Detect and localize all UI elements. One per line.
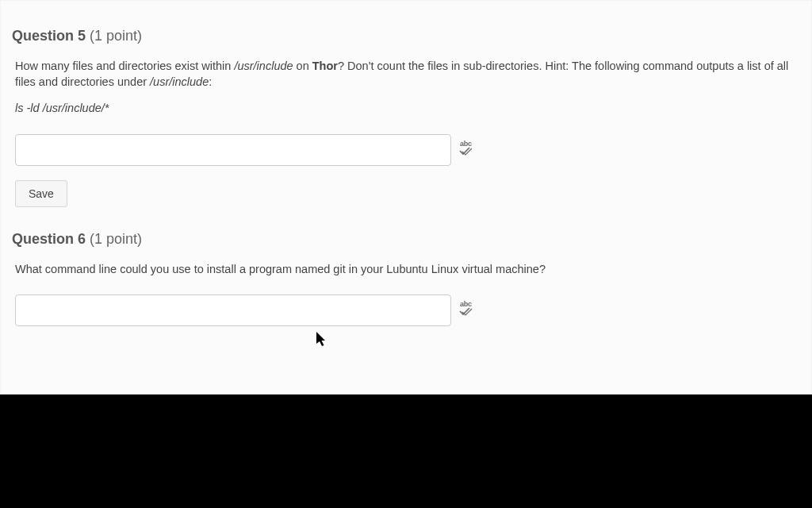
cursor-arrow-icon [316,332,327,348]
question-5-label: Question 5 [12,28,86,44]
question-5-block: Question 5 (1 point) How many files and … [1,1,811,207]
question-6-block: Question 6 (1 point) What command line c… [1,207,811,327]
q5-hint-command: ls -ld /usr/include/* [15,101,799,117]
question-6-header: Question 6 (1 point) [1,207,811,248]
save-button[interactable]: Save [15,180,67,207]
q5-bold-thor: Thor [312,60,338,72]
q5-text-pre: How many files and directories exist wit… [15,60,234,72]
q5-answer-input[interactable] [15,134,451,166]
q5-answer-row: abc [15,134,811,166]
q5-save-row: Save [15,180,811,207]
letterbox-bottom [0,394,812,508]
checkmark-icon [459,147,473,156]
question-5-points: (1 point) [90,28,142,44]
question-5-header: Question 5 (1 point) [1,1,811,44]
question-6-points: (1 point) [90,231,142,247]
q6-answer-row: abc [15,294,811,326]
q5-text-mid: on [293,60,312,72]
question-5-body: How many files and directories exist wit… [1,44,811,117]
q5-text-end: : [209,75,212,88]
q5-path2-italic: /usr/include [150,75,209,88]
q5-path1-italic: /usr/include [234,60,293,72]
question-6-body: What command line could you use to insta… [1,248,811,278]
spellcheck-icon[interactable]: abc [459,141,477,159]
q6-answer-input[interactable] [15,294,451,326]
checkmark-icon [459,307,473,317]
spellcheck-icon[interactable]: abc [459,302,477,319]
q6-text: What command line could you use to insta… [15,263,546,275]
question-6-label: Question 6 [12,231,86,247]
quiz-area: Question 5 (1 point) How many files and … [0,0,812,394]
